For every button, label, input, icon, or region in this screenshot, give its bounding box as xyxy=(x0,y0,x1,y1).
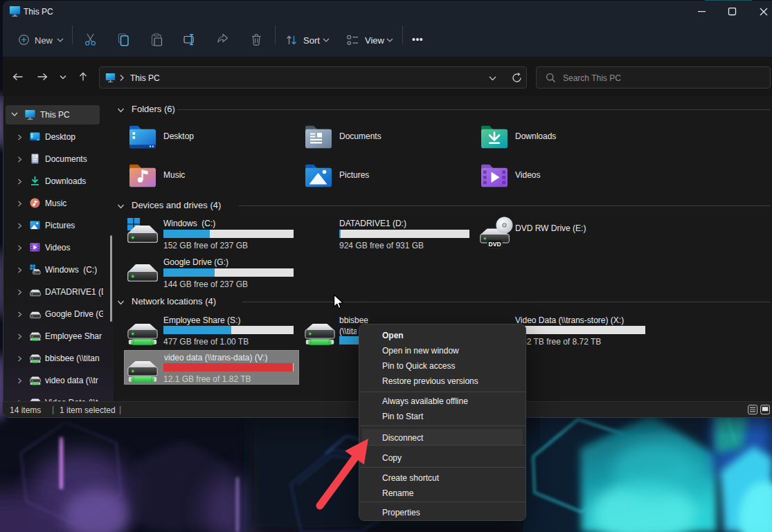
svg-text:DVD: DVD xyxy=(489,241,501,248)
